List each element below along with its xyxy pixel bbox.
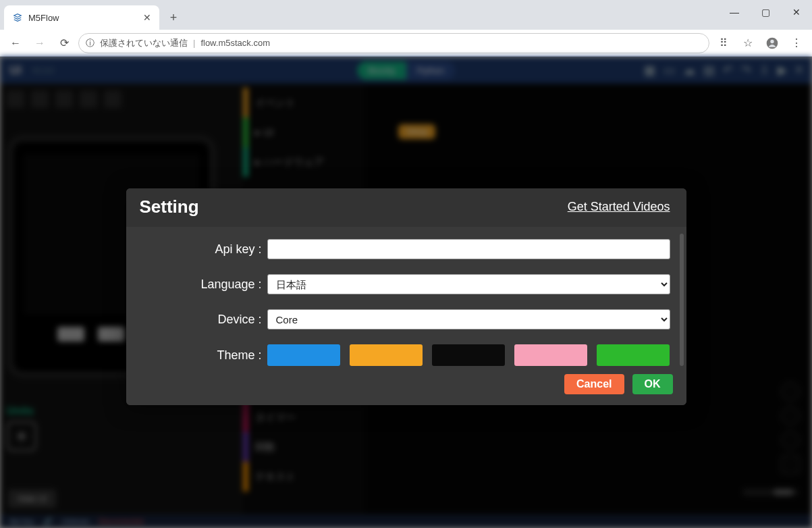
device-label: Device : <box>142 313 267 327</box>
window-minimize-button[interactable]: — <box>719 0 750 24</box>
apikey-label: Api key : <box>142 242 267 257</box>
account-icon[interactable] <box>762 33 782 53</box>
forward-button[interactable]: → <box>30 33 50 53</box>
window-close-button[interactable]: ✕ <box>781 0 812 24</box>
theme-swatches <box>267 344 670 366</box>
get-started-link[interactable]: Get Started Videos <box>568 200 670 214</box>
modal-footer: Cancel OK <box>126 366 686 405</box>
modal-overlay: Setting Get Started Videos Api key : Lan… <box>0 57 812 528</box>
theme-swatch-blue[interactable] <box>267 344 340 366</box>
tab-favicon-icon <box>12 12 23 23</box>
modal-header: Setting Get Started Videos <box>126 188 686 227</box>
window-maximize-button[interactable]: ▢ <box>750 0 781 24</box>
modal-body: Api key : Language : 日本語 Device : Core T… <box>126 227 686 366</box>
window-controls: — ▢ ✕ <box>719 0 812 24</box>
ok-button[interactable]: OK <box>632 374 673 394</box>
tab-strip: M5Flow ✕ + <box>0 0 812 30</box>
settings-modal: Setting Get Started Videos Api key : Lan… <box>126 188 686 405</box>
security-status: 保護されていない通信 <box>100 37 188 49</box>
modal-title: Setting <box>140 196 199 217</box>
cancel-button[interactable]: Cancel <box>564 374 624 394</box>
tab-close-icon[interactable]: ✕ <box>143 12 151 23</box>
bookmark-star-icon[interactable]: ☆ <box>738 33 758 53</box>
language-label: Language : <box>142 278 267 292</box>
tab-title: M5Flow <box>28 13 59 23</box>
svg-point-1 <box>770 39 774 43</box>
device-select[interactable]: Core <box>267 309 670 329</box>
menu-icon[interactable]: ⋮ <box>786 33 807 53</box>
info-icon: ⓘ <box>86 37 94 49</box>
theme-swatch-black[interactable] <box>432 344 505 366</box>
browser-tab[interactable]: M5Flow ✕ <box>4 5 159 30</box>
theme-label: Theme : <box>142 348 267 363</box>
apikey-input[interactable] <box>267 239 670 259</box>
address-separator: | <box>193 38 195 48</box>
address-bar[interactable]: ⓘ 保護されていない通信 | flow.m5stack.com <box>78 33 709 53</box>
translate-icon[interactable]: ⠿ <box>713 33 734 53</box>
reload-button[interactable]: ⟳ <box>54 33 74 53</box>
url-text: flow.m5stack.com <box>200 38 270 48</box>
theme-swatch-green[interactable] <box>597 344 670 366</box>
browser-toolbar: ← → ⟳ ⓘ 保護されていない通信 | flow.m5stack.com ⠿ … <box>0 30 812 57</box>
theme-swatch-orange[interactable] <box>350 344 423 366</box>
back-button[interactable]: ← <box>5 33 26 53</box>
theme-swatch-pink[interactable] <box>514 344 587 366</box>
language-select[interactable]: 日本語 <box>267 274 670 294</box>
new-tab-button[interactable]: + <box>163 7 184 28</box>
